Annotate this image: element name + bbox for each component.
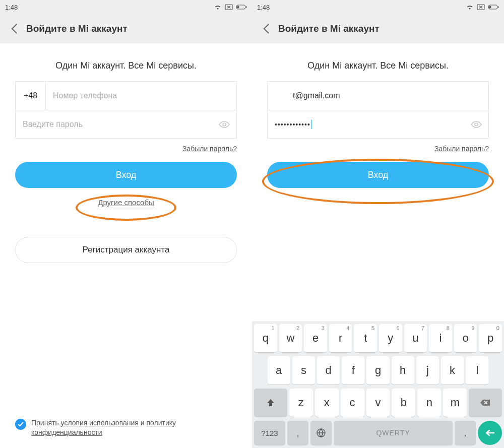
key-q[interactable]: q1 [254,324,277,352]
key-k[interactable]: k [441,356,464,385]
page-title: Войдите в Mi аккаунт [26,23,128,34]
phone-right: 1:48 Войдите в Mi аккаунт Один Mi аккаун… [252,0,504,448]
key-g[interactable]: g [366,356,389,385]
login-button[interactable]: Вход [267,162,489,188]
register-button[interactable]: Регистрация аккаунта [15,237,237,263]
navbar: Войдите в Mi аккаунт [252,14,504,43]
back-button[interactable] [261,24,271,34]
key-x[interactable]: x [315,389,339,417]
eye-icon[interactable] [212,120,236,129]
backspace-key[interactable] [469,389,502,417]
clock: 1:48 [257,4,270,11]
battery-icon [488,4,499,10]
footer: Принять условия использования и политику… [0,410,252,448]
password-input[interactable] [16,110,212,138]
wifi-icon [466,4,474,10]
page-title: Войдите в Mi аккаунт [278,23,380,34]
shift-key[interactable] [254,389,287,417]
email-input[interactable] [268,82,488,110]
svg-rect-7 [498,7,499,8]
status-bar: 1:48 [0,0,252,14]
key-u[interactable]: u7 [404,324,427,352]
key-y[interactable]: y6 [379,324,402,352]
key-j[interactable]: j [416,356,439,385]
key-t[interactable]: t5 [354,324,377,352]
forgot-link[interactable]: Забыли пароль? [182,145,237,153]
other-ways-link[interactable]: Другие способы [98,198,154,207]
tos-text: Принять условия использования и политику… [31,418,237,438]
key-d[interactable]: d [317,356,340,385]
battery-icon [236,4,247,10]
key-z[interactable]: z [289,389,313,417]
key-v[interactable]: v [366,389,390,417]
login-button[interactable]: Вход [15,162,237,188]
key-f[interactable]: f [342,356,364,385]
tagline: Один Mi аккаунт. Все Mi сервисы. [307,60,449,71]
status-bar: 1:48 [252,0,504,14]
globe-key[interactable] [310,421,332,445]
comma-key[interactable]: , [287,421,308,445]
svg-point-4 [223,123,226,126]
key-l[interactable]: l [466,356,488,385]
back-button[interactable] [9,24,19,34]
login-form: •••••••••••• [267,81,489,139]
symbols-key[interactable]: ?123 [254,421,285,445]
key-m[interactable]: m [443,389,467,417]
svg-rect-3 [237,6,239,9]
key-p[interactable]: p0 [479,324,502,352]
key-s[interactable]: s [292,356,315,385]
svg-point-9 [475,123,478,126]
keyboard: q1w2e3r4t5y6u7i8o9p0 asdfghjkl zxcvbnm ?… [252,321,504,448]
key-w[interactable]: w2 [279,324,302,352]
wifi-icon [214,4,222,10]
key-i[interactable]: i8 [429,324,452,352]
tagline: Один Mi аккаунт. Все Mi сервисы. [55,60,197,71]
tos-link[interactable]: условия использования [61,419,139,427]
key-r[interactable]: r4 [329,324,352,352]
close-box-icon [225,4,233,10]
svg-rect-2 [246,7,247,8]
key-e[interactable]: e3 [304,324,327,352]
clock: 1:48 [5,4,18,11]
dot-key[interactable]: . [455,421,476,445]
country-code[interactable]: +48 [16,82,46,110]
phone-left: 1:48 Войдите в Mi аккаунт Один Mi аккаун… [0,0,252,448]
key-a[interactable]: a [268,356,290,385]
forgot-link[interactable]: Забыли пароль? [434,145,489,153]
tos-checkbox[interactable] [15,419,26,430]
space-key[interactable]: QWERTY [334,421,453,445]
login-form: +48 [15,81,237,139]
key-n[interactable]: n [417,389,441,417]
phone-input[interactable] [46,82,236,110]
key-o[interactable]: o9 [454,324,477,352]
close-box-icon [477,4,485,10]
key-c[interactable]: c [341,389,364,417]
enter-key[interactable] [478,421,502,445]
eye-icon[interactable] [464,120,488,129]
navbar: Войдите в Mi аккаунт [0,14,252,43]
svg-rect-8 [489,6,491,9]
key-b[interactable]: b [392,389,415,417]
password-input[interactable]: •••••••••••• [268,110,464,138]
key-h[interactable]: h [392,356,414,385]
